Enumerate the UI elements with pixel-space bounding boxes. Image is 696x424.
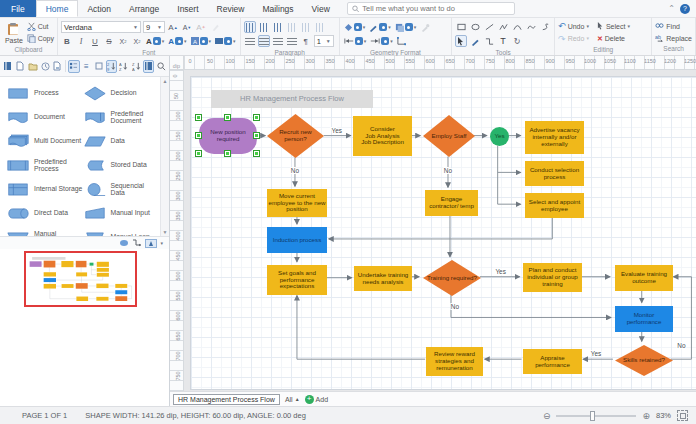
select-menu-button[interactable]: Select▾: [597, 20, 630, 32]
text-middle-align-button[interactable]: [258, 21, 270, 33]
rotate-tool[interactable]: ↻: [511, 35, 523, 47]
connector[interactable]: [82, 289, 115, 293]
shape-item-predefined-document[interactable]: Predefined Document: [83, 105, 160, 129]
tab-review[interactable]: Review: [208, 0, 254, 17]
recent-icon[interactable]: [39, 60, 50, 73]
selection-handle[interactable]: [254, 151, 259, 156]
arc-tool[interactable]: [511, 21, 523, 33]
node-p11[interactable]: Appraise performance: [523, 349, 582, 374]
tell-me-search[interactable]: [347, 2, 515, 15]
collapse-ribbon-icon[interactable]: ⌃: [668, 4, 675, 13]
connector[interactable]: [127, 286, 131, 299]
node-p4[interactable]: Select and appoint employee: [525, 193, 584, 218]
navigator-icon[interactable]: [145, 239, 157, 248]
selection-handle[interactable]: [225, 151, 230, 156]
rectangle-tool[interactable]: [455, 21, 467, 33]
ellipse-tool[interactable]: [469, 21, 481, 33]
shape-list-scrollbar[interactable]: ▲▼: [160, 77, 169, 236]
selection-handle[interactable]: [254, 133, 259, 138]
connector-mode-icon[interactable]: [132, 239, 142, 247]
library-icon[interactable]: [2, 60, 13, 73]
strike-button[interactable]: S: [103, 35, 115, 47]
pilcrow-button[interactable]: ¶: [300, 35, 312, 47]
shape-item-sequencial-data[interactable]: Sequencial Data: [83, 177, 160, 201]
text-top-align-button[interactable]: [244, 21, 256, 33]
list-view-icon[interactable]: [68, 60, 80, 73]
node-p7[interactable]: Set goals and performance expectations: [267, 265, 327, 295]
node-p10[interactable]: Evaluate training outcome: [615, 265, 673, 291]
sort-desc-icon[interactable]: ZA: [131, 60, 142, 73]
text-style-button[interactable]: A ▾: [190, 35, 213, 47]
highlight-color-button[interactable]: A▾: [167, 35, 187, 47]
node-p5[interactable]: Move current employee to the new positio…: [267, 189, 327, 217]
file-tab[interactable]: File: [0, 0, 36, 17]
bold-button[interactable]: B: [61, 35, 73, 47]
format-painter-icon[interactable]: [209, 21, 221, 33]
text-bottom-align-button[interactable]: [272, 21, 284, 33]
align-center-button[interactable]: [258, 35, 270, 47]
shape-item-manual-operation[interactable]: Manual Operation: [6, 225, 83, 236]
subscript-button[interactable]: X2: [117, 35, 129, 47]
pen-tool[interactable]: [469, 35, 481, 47]
align-left-button[interactable]: [244, 35, 256, 47]
tab-view[interactable]: View: [303, 0, 339, 17]
shape-item-manual-input[interactable]: Manual Input: [83, 201, 160, 225]
pan-icon[interactable]: [119, 239, 129, 247]
thumbnail-viewport[interactable]: [24, 251, 137, 307]
node-p1[interactable]: Consider Job Analysis Job Description: [353, 116, 412, 156]
shape-item-internal-storage[interactable]: Internal Storage: [6, 177, 83, 201]
shape-item-predefined-process[interactable]: Predefined Process: [6, 153, 83, 177]
shape-item-stored-data[interactable]: Stored Data: [83, 153, 160, 177]
indent-decrease-button[interactable]: [300, 21, 312, 33]
italic-button[interactable]: I: [75, 35, 87, 47]
text-tool[interactable]: T: [497, 35, 509, 47]
font-color-button[interactable]: A▾: [145, 35, 165, 47]
zoom-slider-thumb[interactable]: [590, 411, 595, 421]
selection-handle[interactable]: [225, 115, 230, 120]
node-c1[interactable]: Yes: [490, 127, 509, 146]
tab-home[interactable]: Home: [36, 0, 79, 17]
redo-button[interactable]: ↷Redo▾: [558, 33, 589, 45]
freeform-tool[interactable]: [539, 21, 551, 33]
text-direction-button[interactable]: [286, 21, 298, 33]
thumbnail-more-icon[interactable]: ▾: [160, 241, 163, 246]
node-p12[interactable]: Review reward strategies and remuneratio…: [426, 347, 483, 376]
end-arrow-button[interactable]: ▾: [369, 35, 394, 47]
fit-page-icon[interactable]: [677, 410, 688, 421]
connector-tool[interactable]: [483, 35, 495, 47]
align-justify-button[interactable]: [286, 35, 298, 47]
zoom-slider[interactable]: [556, 415, 636, 417]
connector[interactable]: [56, 277, 102, 280]
node-b1[interactable]: Induction process: [267, 227, 327, 253]
shrink-font-button[interactable]: A▼: [181, 21, 193, 33]
shape-item-direct-data[interactable]: Direct Data: [6, 201, 83, 225]
tab-insert[interactable]: Insert: [168, 0, 207, 17]
new-page-icon[interactable]: [14, 60, 25, 73]
node-d4[interactable]: Skills retained?: [615, 345, 673, 376]
connector-angle-icon[interactable]: [396, 35, 408, 47]
connector[interactable]: [50, 289, 77, 299]
start-arrow-button[interactable]: ▾: [343, 35, 368, 47]
node-p9[interactable]: Plan and conduct individual or group tra…: [523, 263, 582, 292]
search-input[interactable]: [362, 4, 510, 13]
clear-format-icon[interactable]: A✦: [195, 21, 207, 33]
curve-tool[interactable]: [525, 21, 537, 33]
line-tool[interactable]: [483, 21, 495, 33]
node-p6[interactable]: Engage contractor/ temp: [425, 190, 478, 216]
selection-handle[interactable]: [196, 151, 201, 156]
indent-increase-button[interactable]: [314, 21, 326, 33]
eyedropper-icon[interactable]: [419, 21, 431, 33]
selection-handle[interactable]: [196, 115, 201, 120]
node-d1[interactable]: Recruit new person?: [267, 114, 324, 158]
delete-button[interactable]: ✕Delete: [597, 33, 630, 45]
node-title[interactable]: HR Management Process Flow: [211, 90, 373, 108]
zoom-out-icon[interactable]: ⊖: [543, 411, 551, 421]
search-shapes-icon[interactable]: [155, 60, 166, 73]
sort-az-icon[interactable]: 29: [106, 60, 118, 73]
shape-item-multi-document[interactable]: Multi Document: [6, 129, 83, 153]
node-start[interactable]: New position required: [199, 118, 257, 154]
drawing-page[interactable]: YesNoNoYesNoYesNo HR Management Process …: [190, 76, 696, 390]
tab-action[interactable]: Action: [78, 0, 120, 17]
selection-handle[interactable]: [254, 115, 259, 120]
find-button[interactable]: Find: [655, 20, 692, 32]
